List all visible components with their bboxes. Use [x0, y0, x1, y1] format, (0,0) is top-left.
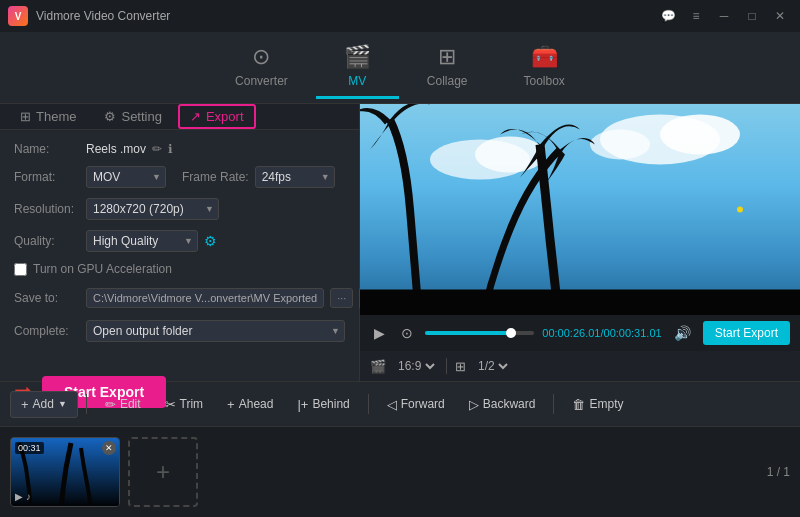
- behind-label: Behind: [312, 397, 349, 411]
- nav-collage[interactable]: ⊞ Collage: [399, 36, 496, 99]
- ahead-icon: +: [227, 397, 235, 412]
- setting-icon: ⚙: [104, 109, 116, 124]
- start-export-right-button[interactable]: Start Export: [703, 321, 790, 345]
- empty-label: Empty: [589, 397, 623, 411]
- chat-button[interactable]: 💬: [656, 7, 680, 25]
- forward-icon: ◁: [387, 397, 397, 412]
- save-row: Save to: C:\Vidmore\Vidmore V...onverter…: [14, 286, 345, 310]
- complete-select-wrap: Open output folderDo nothingShut down: [86, 320, 345, 342]
- format-select-wrap: MOVMP4AVIMKV: [86, 166, 166, 188]
- trim-button[interactable]: ✂ Trim: [155, 392, 214, 417]
- format-select[interactable]: MOVMP4AVIMKV: [86, 166, 166, 188]
- separator-1: [86, 394, 87, 414]
- timeline-clip-1[interactable]: 00:31 ✕ ▶ ♪: [10, 437, 120, 507]
- nav-mv[interactable]: 🎬 MV: [316, 36, 399, 99]
- name-text: Reels .mov: [86, 142, 146, 156]
- tab-theme[interactable]: ⊞ Theme: [8, 105, 88, 128]
- progress-bar[interactable]: [425, 331, 534, 335]
- format-row: Format: MOVMP4AVIMKV Frame Rate: 24fps30…: [14, 166, 345, 188]
- page-count: 1 / 1: [767, 465, 790, 479]
- mv-icon: 🎬: [344, 44, 371, 70]
- maximize-button[interactable]: □: [740, 7, 764, 25]
- path-dots-button[interactable]: ···: [330, 288, 353, 308]
- svg-point-7: [737, 207, 743, 213]
- behind-button[interactable]: |+ Behind: [287, 392, 359, 417]
- nav-converter[interactable]: ⊙ Converter: [207, 36, 316, 99]
- name-value-area: Reels .mov ✏ ℹ: [86, 142, 345, 156]
- video-thumb-icon: 🎬: [370, 359, 386, 374]
- app-logo: V: [8, 6, 28, 26]
- theme-label: Theme: [36, 109, 76, 124]
- gpu-label: Turn on GPU Acceleration: [33, 262, 172, 276]
- name-row: Name: Reels .mov ✏ ℹ: [14, 142, 345, 156]
- aspect-ratio-select[interactable]: 16:94:31:1: [394, 358, 438, 374]
- toolbox-label: Toolbox: [524, 74, 565, 88]
- timeline-add-button[interactable]: +: [128, 437, 198, 507]
- complete-label: Complete:: [14, 324, 86, 338]
- clip-icons: ▶ ♪: [15, 491, 31, 502]
- stop-button[interactable]: ⊙: [397, 323, 417, 343]
- save-path: C:\Vidmore\Vidmore V...onverter\MV Expor…: [86, 288, 324, 308]
- edit-button[interactable]: ✏ Edit: [95, 392, 151, 417]
- resolution-row: Resolution: 1280x720 (720p)1920x1080 (10…: [14, 198, 345, 220]
- resolution-label: Resolution:: [14, 202, 86, 216]
- export-form: Name: Reels .mov ✏ ℹ Format: MOVMP4AVIMK…: [0, 130, 359, 364]
- forward-button[interactable]: ◁ Forward: [377, 392, 455, 417]
- gpu-checkbox[interactable]: [14, 263, 27, 276]
- add-label: Add: [33, 397, 54, 411]
- quality-settings-icon[interactable]: ⚙: [204, 233, 217, 249]
- timeline: 00:31 ✕ ▶ ♪ + 1 / 1: [0, 427, 800, 517]
- close-button[interactable]: ✕: [768, 7, 792, 25]
- play-button[interactable]: ▶: [370, 323, 389, 343]
- video-controls: ▶ ⊙ 00:00:26.01/00:00:31.01 🔊 Start Expo…: [360, 315, 800, 351]
- forward-label: Forward: [401, 397, 445, 411]
- panel-tabs: ⊞ Theme ⚙ Setting ↗ Export: [0, 104, 359, 130]
- complete-row: Complete: Open output folderDo nothingSh…: [14, 320, 345, 342]
- quality-select[interactable]: High QualityMedium QualityLow Quality: [86, 230, 198, 252]
- minimize-button[interactable]: ─: [712, 7, 736, 25]
- clip-duration: 00:31: [15, 442, 44, 454]
- video-sub-controls: 🎬 16:94:31:1 ⊞ 1/21/12/1: [360, 351, 800, 381]
- collage-icon: ⊞: [438, 44, 456, 70]
- behind-icon: |+: [297, 397, 308, 412]
- empty-button[interactable]: 🗑 Empty: [562, 392, 633, 417]
- framerate-select[interactable]: 24fps30fps60fps: [255, 166, 335, 188]
- clip-audio-icon: ♪: [26, 491, 31, 502]
- empty-icon: 🗑: [572, 397, 585, 412]
- svg-point-5: [475, 137, 545, 173]
- resolution-select-wrap: 1280x720 (720p)1920x1080 (1080p)3840x216…: [86, 198, 219, 220]
- backward-label: Backward: [483, 397, 536, 411]
- gpu-row: Turn on GPU Acceleration: [14, 262, 345, 276]
- converter-icon: ⊙: [252, 44, 270, 70]
- trim-icon: ✂: [165, 397, 176, 412]
- backward-button[interactable]: ▷ Backward: [459, 392, 546, 417]
- divider: [446, 358, 447, 374]
- video-preview: [360, 104, 800, 315]
- format-label: Format:: [14, 170, 86, 184]
- nav-toolbox[interactable]: 🧰 Toolbox: [496, 36, 593, 99]
- separator-3: [553, 394, 554, 414]
- edit-name-icon[interactable]: ✏: [152, 142, 162, 156]
- framerate-select-wrap: 24fps30fps60fps: [255, 166, 335, 188]
- volume-button[interactable]: 🔊: [670, 323, 695, 343]
- svg-point-2: [660, 115, 740, 155]
- zoom-select[interactable]: 1/21/12/1: [474, 358, 511, 374]
- menu-button[interactable]: ≡: [684, 7, 708, 25]
- theme-icon: ⊞: [20, 109, 31, 124]
- add-icon: +: [21, 397, 29, 412]
- resolution-select[interactable]: 1280x720 (720p)1920x1080 (1080p)3840x216…: [86, 198, 219, 220]
- setting-label: Setting: [121, 109, 161, 124]
- add-button[interactable]: + Add ▼: [10, 391, 78, 418]
- tab-export[interactable]: ↗ Export: [178, 104, 256, 129]
- separator-2: [368, 394, 369, 414]
- backward-icon: ▷: [469, 397, 479, 412]
- ahead-label: Ahead: [239, 397, 274, 411]
- info-icon[interactable]: ℹ: [168, 142, 173, 156]
- trim-label: Trim: [180, 397, 204, 411]
- ahead-button[interactable]: + Ahead: [217, 392, 283, 417]
- progress-thumb: [506, 328, 516, 338]
- tab-setting[interactable]: ⚙ Setting: [92, 105, 173, 128]
- title-bar: V Vidmore Video Converter 💬 ≡ ─ □ ✕: [0, 0, 800, 32]
- clip-close-button[interactable]: ✕: [102, 441, 116, 455]
- complete-select[interactable]: Open output folderDo nothingShut down: [86, 320, 345, 342]
